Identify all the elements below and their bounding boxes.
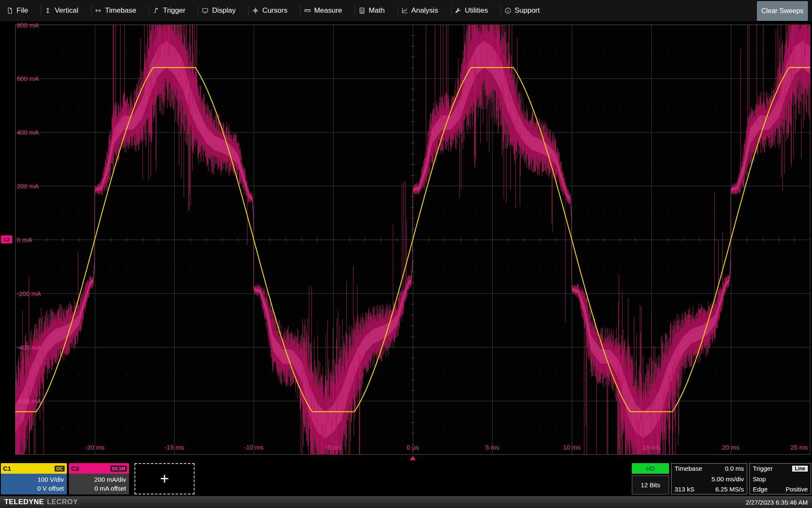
x-axis-label: 10 ms — [563, 444, 581, 451]
channel-c1-name: C1 — [3, 465, 11, 472]
timebase-icon — [95, 7, 102, 14]
brand-teledyne: TELEDYNE — [4, 498, 44, 506]
timebase-sample-rate: 6.25 MS/s — [715, 486, 744, 493]
c2-zero-marker[interactable]: C2 — [1, 235, 12, 243]
vertical-icon — [44, 7, 51, 14]
c1-scale: 100 V/div — [37, 475, 64, 484]
c2-coupling-badge: DC1M — [110, 466, 127, 472]
menu-item-label: Measure — [314, 6, 342, 15]
waveform-display[interactable] — [15, 25, 810, 455]
menu-item-label: Support — [515, 6, 540, 15]
trigger-icon — [153, 7, 159, 14]
x-axis-label: -15 ms — [165, 444, 184, 451]
menu-item-trigger[interactable]: Trigger — [143, 0, 192, 21]
channel-c1-descriptor[interactable]: C1 DC 100 V/div 0 V offset — [1, 463, 67, 494]
status-spacer — [197, 463, 630, 494]
menu-item-label: File — [16, 6, 28, 15]
analysis-icon — [401, 7, 408, 14]
timebase-delay: 0.0 ms — [725, 465, 744, 472]
menu-item-display[interactable]: Display — [192, 0, 242, 21]
measure-icon — [304, 7, 311, 14]
trigger-position-marker[interactable] — [410, 456, 416, 460]
hd-badge: HD — [632, 463, 669, 474]
trigger-slope: Positive — [785, 486, 808, 493]
clear-sweeps-button[interactable]: Clear Sweeps — [757, 1, 808, 21]
math-icon — [359, 7, 365, 14]
menu-item-support[interactable]: Support — [494, 0, 546, 21]
menu-item-utilities[interactable]: Utilities — [444, 0, 494, 21]
menu-item-measure[interactable]: Measure — [294, 0, 348, 21]
c2-scale: 200 mA/div — [94, 475, 126, 484]
c2-offset: 0 mA offset — [94, 484, 126, 493]
file-icon — [6, 7, 13, 14]
menu-item-timebase[interactable]: Timebase — [85, 0, 143, 21]
acquisition-hd-block[interactable]: HD 12 Bits — [632, 463, 669, 494]
add-trace-button[interactable]: + — [134, 463, 195, 494]
trigger-mode: Stop — [753, 475, 808, 483]
datetime-label: 2/27/2023 6:35:46 AM — [746, 499, 808, 506]
x-axis-label: 5 ms — [486, 444, 499, 451]
timebase-samples: 313 kS — [675, 486, 694, 493]
footer-bar: TELEDYNE LECROY 2/27/2023 6:35:46 AM — [0, 496, 812, 508]
menu-bar: File Vertical Timebase Trigger Display C… — [0, 0, 812, 21]
x-axis-label: 15 ms — [643, 444, 660, 451]
menu-item-label: Display — [212, 6, 236, 15]
x-axis-label: 0 µs — [407, 444, 419, 451]
y-axis-label: 200 mA — [17, 182, 39, 190]
menu-item-label: Utilities — [465, 6, 488, 15]
y-axis-label: 400 mA — [17, 129, 39, 136]
timebase-title: Timebase — [675, 465, 702, 472]
x-axis-label: -20 ms — [85, 444, 104, 451]
y-axis-label: -400 mA — [17, 344, 41, 351]
trigger-title: Trigger — [753, 465, 773, 472]
channel-c1-body: 100 V/div 0 V offset — [1, 474, 67, 494]
channel-c2-name: C2 — [71, 465, 79, 472]
channel-c2-descriptor[interactable]: C2 DC1M 200 mA/div 0 mA offset — [69, 463, 129, 494]
x-axis-label: 25 ms — [790, 444, 808, 451]
x-axis-label: -10 ms — [244, 444, 263, 451]
menu-item-label: Cursors — [262, 6, 288, 15]
trigger-type: Edge — [753, 486, 768, 493]
y-axis-label: 600 mA — [17, 75, 39, 82]
menu-item-label: Analysis — [411, 6, 438, 15]
channel-c2-body: 200 mA/div 0 mA offset — [69, 474, 129, 494]
c1-offset: 0 V offset — [37, 484, 64, 493]
menu-item-analysis[interactable]: Analysis — [391, 0, 444, 21]
trigger-source-badge: Line — [792, 466, 808, 472]
menu-item-math[interactable]: Math — [348, 0, 391, 21]
y-axis-label: 0 mA — [17, 236, 32, 243]
status-strip: C1 DC 100 V/div 0 V offset C2 DC1M 200 m… — [0, 461, 812, 496]
timebase-scale: 5.00 ms/div — [675, 475, 744, 483]
waveform-plot-area: C2 800 mA600 mA400 mA200 mA0 mA-200 mA-4… — [0, 21, 812, 461]
support-icon — [505, 7, 511, 14]
brand-lecroy: LECROY — [47, 498, 78, 506]
channel-c1-header: C1 DC — [1, 463, 67, 474]
menu-item-label: Math — [369, 6, 385, 15]
menu-item-cursors[interactable]: Cursors — [242, 0, 294, 21]
menu-item-label: Vertical — [55, 6, 78, 15]
channel-c2-header: C2 DC1M — [69, 463, 129, 474]
menu-item-label: Trigger — [163, 6, 185, 15]
utilities-icon — [455, 7, 461, 14]
menu-item-vertical[interactable]: Vertical — [34, 0, 85, 21]
hd-bits: 12 Bits — [632, 475, 669, 494]
y-axis-label: -600 mA — [17, 398, 41, 405]
c1-coupling-badge: DC — [55, 466, 65, 472]
timebase-panel[interactable]: Timebase 0.0 ms 5.00 ms/div 313 kS 6.25 … — [671, 463, 747, 494]
trigger-panel[interactable]: Trigger Line Stop Edge Positive — [749, 463, 811, 494]
y-axis-label: 800 mA — [17, 22, 39, 29]
x-axis-label: -5 ms — [325, 444, 341, 451]
menu-item-label: Timebase — [105, 6, 136, 15]
y-axis-label: -200 mA — [17, 290, 41, 297]
x-axis-label: 20 ms — [722, 444, 740, 451]
cursors-icon — [252, 7, 259, 14]
menu-item-file[interactable]: File — [0, 0, 34, 21]
display-icon — [202, 7, 208, 14]
